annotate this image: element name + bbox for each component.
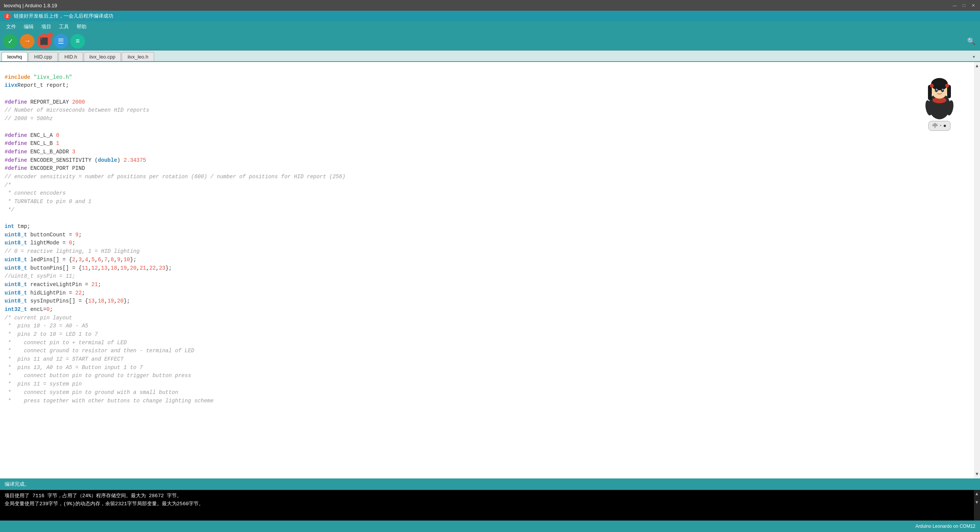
svg-point-9 (941, 88, 944, 92)
toolbar: ✓ → ⬛ ☰ ≡ 🔍 (0, 32, 980, 50)
tab-scroll-down[interactable]: ▾ (969, 52, 978, 61)
window-controls: — □ ✕ (952, 2, 976, 8)
svg-point-3 (931, 78, 948, 90)
output-line-1: 项目使用了 7116 字节，占用了（24%）程序存储空间。最大为 28672 字… (5, 492, 969, 500)
menu-edit[interactable]: 编辑 (21, 23, 37, 31)
svg-point-6 (930, 84, 934, 88)
serial-monitor-button[interactable]: ☰ (54, 34, 68, 49)
menu-help[interactable]: 帮助 (73, 23, 90, 31)
port-label: Arduino Leonardo on COM12 (915, 524, 975, 529)
svg-point-7 (945, 84, 949, 88)
serial-plotter-button[interactable]: ≡ (70, 34, 85, 49)
scroll-up-arrow[interactable]: ▲ (974, 62, 980, 70)
minimize-button[interactable]: — (952, 2, 958, 8)
title-text: leovxhq | Arduino 1.8.19 (4, 3, 57, 8)
menu-file[interactable]: 文件 (3, 23, 19, 31)
character-image: 中・● (916, 77, 962, 131)
verify-button[interactable]: ✓ (3, 34, 18, 49)
status-text: 编译完成。 (5, 481, 29, 488)
svg-point-11 (942, 89, 944, 90)
output-line-2: 全局变量使用了239字节，(9%)的动态内存，余留2321字节局部变量。最大为2… (5, 500, 969, 508)
notification-bar: 2 链接好开发板后上传，一会儿后程序编译成功 (0, 11, 980, 21)
output-area: 项目使用了 7116 字节，占用了（24%）程序存储空间。最大为 28672 字… (0, 490, 980, 521)
output-scrollbar[interactable]: ▲ ▼ (974, 490, 980, 521)
main-area: #include "iivx_leo.h" iivxReport_t repor… (0, 62, 980, 478)
scroll-down-arrow[interactable]: ▼ (974, 470, 980, 478)
character-svg (920, 77, 959, 119)
tab-hid-h[interactable]: HID.h (59, 52, 83, 61)
code-editor[interactable]: #include "iivx_leo.h" iivxReport_t repor… (0, 62, 974, 478)
menu-bar: 文件 编辑 项目 工具 帮助 (0, 21, 980, 32)
debug-button[interactable]: ⬛ (37, 34, 51, 49)
tab-hid-cpp[interactable]: HID.cpp (28, 52, 58, 61)
tabs-bar: leovhq HID.cpp HID.h iivx_leo.cpp iivx_l… (0, 50, 980, 62)
scrollbar[interactable]: ▲ ▼ (974, 62, 980, 478)
close-button[interactable]: ✕ (970, 2, 976, 8)
tab-iivx-leo-h[interactable]: iivx_leo.h (122, 52, 154, 61)
output-content: 项目使用了 7116 字节，占用了（24%）程序存储空间。最大为 28672 字… (0, 490, 974, 521)
tab-leovhq[interactable]: leovhq (2, 52, 28, 61)
output-scroll-up[interactable]: ▲ (974, 490, 980, 498)
notification-message: 链接好开发板后上传，一会儿后程序编译成功 (14, 13, 113, 20)
debug-badge (47, 33, 53, 38)
bottom-bar: Arduino Leonardo on COM12 (0, 521, 980, 532)
character-badge: 中・● (928, 121, 951, 131)
upload-button[interactable]: → (20, 34, 34, 49)
search-icon[interactable]: 🔍 (965, 36, 977, 47)
menu-tools[interactable]: 工具 (56, 23, 72, 31)
status-bar: 编译完成。 (0, 478, 980, 490)
svg-point-10 (936, 89, 938, 90)
code-content: #include "iivx_leo.h" iivxReport_t repor… (0, 62, 974, 416)
output-scroll-down[interactable]: ▼ (974, 498, 980, 507)
svg-point-8 (935, 88, 938, 92)
maximize-button[interactable]: □ (961, 2, 967, 8)
tab-iivx-leo-cpp[interactable]: iivx_leo.cpp (84, 52, 121, 61)
title-bar: leovxhq | Arduino 1.8.19 — □ ✕ (0, 0, 980, 11)
notification-badge: 2 (4, 13, 11, 20)
menu-project[interactable]: 项目 (38, 23, 54, 31)
